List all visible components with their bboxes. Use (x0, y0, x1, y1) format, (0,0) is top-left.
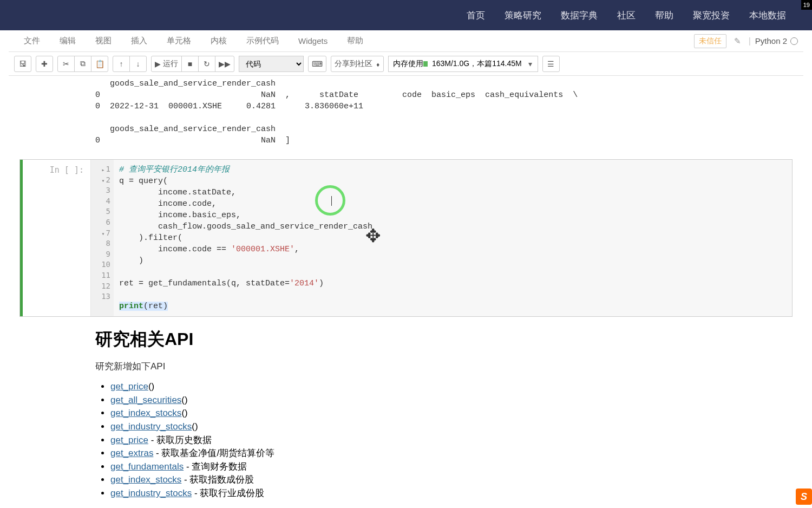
nav-strategy[interactable]: 策略研究 (495, 9, 551, 22)
previous-output: goods_sale_and_service_render_cash 0 NaN… (19, 78, 793, 146)
keyboard-icon: ⌨ (312, 60, 323, 68)
top-navigation: 首页 策略研究 数据字典 社区 帮助 聚宽投资 本地数据 (0, 0, 812, 30)
nav-localdata[interactable]: 本地数据 (739, 9, 796, 22)
list-item: get_index_stocks() (110, 407, 717, 420)
menu-insert[interactable]: 插入 (121, 32, 157, 49)
kernel-name: Python 2 (755, 36, 787, 45)
command-palette-button[interactable]: ⌨ (308, 56, 326, 72)
sogou-ime-icon[interactable]: S (796, 489, 812, 505)
menu-view[interactable]: 视图 (86, 32, 121, 49)
nav-invest[interactable]: 聚宽投资 (683, 9, 739, 22)
toolbar: 🖫 ✚ ✂ ⧉ 📋 ↑ ↓ ▶ 运行 ■ ↻ ▶▶ 代码 ⌨ 分享到社区 ⬧ 内… (9, 52, 803, 76)
move-up-button[interactable]: ↑ (113, 56, 130, 72)
list-item: get_price - 获取历史数据 (110, 434, 717, 447)
list-item: get_all_securities() (110, 394, 717, 407)
nav-home[interactable]: 首页 (457, 9, 495, 22)
mem-value: 163M/1.0G，本篇114.45M (429, 59, 525, 69)
nav-dictionary[interactable]: 数据字典 (551, 9, 607, 22)
share-button[interactable]: 分享到社区 ⬧ (331, 56, 384, 72)
menu-help[interactable]: 帮助 (337, 32, 373, 49)
cell-type-select[interactable]: 代码 (239, 56, 304, 72)
fast-forward-button[interactable]: ▶▶ (215, 56, 234, 72)
markdown-section: 研究相关API 研究新增如下API get_price() get_all_se… (19, 317, 793, 508)
arrow-up-icon: ↑ (120, 60, 123, 68)
cell-prompt: In [ ]: (20, 160, 90, 316)
run-button[interactable]: ▶ 运行 (151, 56, 182, 72)
menu-file[interactable]: 文件 (14, 32, 50, 49)
list-item: get_price() (110, 380, 717, 394)
trust-indicator[interactable]: 未信任 (694, 34, 726, 48)
add-cell-button[interactable]: ✚ (36, 56, 53, 72)
list-item: get_industry_stocks - 获取行业成份股 (110, 487, 717, 500)
copy-button[interactable]: ⧉ (74, 56, 91, 72)
plus-icon: ✚ (41, 60, 48, 68)
arrow-down-icon: ↓ (136, 60, 140, 68)
stop-icon: ■ (188, 60, 192, 68)
code-cell[interactable]: In [ ]: ▸1 ▾2 3 4 5 6 ▾7 8 9 10 11 12 13 (19, 159, 793, 317)
stop-button[interactable]: ■ (181, 56, 199, 72)
mem-bar (423, 61, 428, 67)
kernel-status-icon (790, 37, 798, 45)
menu-widgets[interactable]: Widgets (289, 33, 337, 49)
api-list: get_price() get_all_securities() get_ind… (95, 380, 717, 500)
caret-down-icon: ▾ (525, 60, 535, 68)
menu-edit[interactable]: 编辑 (50, 32, 86, 49)
save-button[interactable]: 🖫 (14, 56, 31, 72)
divider: | (749, 36, 751, 46)
list-item: get_index_stocks - 获取指数成份股 (110, 473, 717, 487)
nav-help[interactable]: 帮助 (645, 9, 683, 22)
list-item: get_fundamentals - 查询财务数据 (110, 460, 717, 474)
list-item: get_extras - 获取基金净值/期货结算价等 (110, 447, 717, 460)
refresh-icon: ↻ (204, 60, 210, 68)
section-intro: 研究新增如下API (95, 360, 717, 373)
memory-usage[interactable]: 内存使用 163M/1.0G，本篇114.45M ▾ (388, 56, 538, 72)
line-numbers: ▸1 ▾2 3 4 5 6 ▾7 8 9 10 11 12 13 (91, 160, 114, 316)
code-editor[interactable]: # 查询平安银行2014年的年报 q = query( income.statD… (114, 160, 792, 316)
menu-example[interactable]: 示例代码 (237, 32, 289, 49)
list-item: get_industry_stocks() (110, 420, 717, 434)
corner-badge: 19 (801, 0, 812, 10)
save-icon: 🖫 (19, 60, 27, 68)
play-icon: ▶ (155, 60, 161, 68)
menu-cell[interactable]: 单元格 (157, 32, 201, 49)
pencil-icon[interactable]: ✎ (731, 36, 744, 46)
list-view-button[interactable]: ☰ (542, 56, 560, 72)
mem-label: 内存使用 (393, 59, 423, 69)
share-icon: ⬧ (376, 60, 380, 68)
scissors-icon: ✂ (63, 60, 69, 68)
nav-community[interactable]: 社区 (607, 9, 645, 22)
copy-icon: ⧉ (80, 59, 86, 68)
menu-kernel[interactable]: 内核 (201, 32, 237, 49)
restart-button[interactable]: ↻ (198, 56, 215, 72)
paste-button[interactable]: 📋 (91, 56, 108, 72)
cut-button[interactable]: ✂ (57, 56, 75, 72)
list-icon: ☰ (547, 60, 554, 68)
paste-icon: 📋 (95, 60, 104, 68)
menu-bar: 文件 编辑 视图 插入 单元格 内核 示例代码 Widgets 帮助 未信任 ✎… (9, 30, 803, 52)
section-heading: 研究相关API (95, 328, 717, 351)
fast-forward-icon: ▶▶ (219, 60, 231, 68)
kernel-indicator[interactable]: Python 2 (755, 36, 798, 45)
move-down-button[interactable]: ↓ (129, 56, 147, 72)
